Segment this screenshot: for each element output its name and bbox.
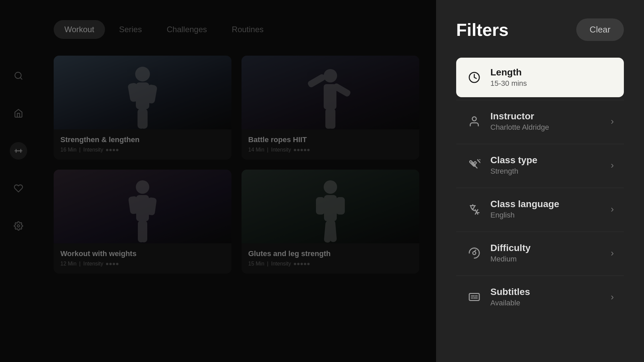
clock-icon — [466, 69, 482, 85]
filter-length-title: Length — [490, 67, 614, 78]
subtitles-icon — [466, 289, 482, 305]
filter-item-language[interactable]: Class language English › — [456, 189, 624, 229]
filter-difficulty-title: Difficulty — [490, 243, 607, 253]
filter-panel: Filters Clear Length 15-30 mins Instruct… — [436, 0, 644, 362]
filter-classtype-title: Class type — [490, 155, 607, 166]
filter-item-instructor[interactable]: Instructor Charlotte Aldridge › — [456, 102, 624, 141]
svg-rect-32 — [477, 159, 480, 165]
chevron-right-icon: › — [611, 204, 614, 215]
svg-line-38 — [474, 250, 476, 252]
filter-item-length[interactable]: Length 15-30 mins — [456, 58, 624, 97]
chevron-right-icon: › — [611, 292, 614, 302]
filter-header: Filters Clear — [456, 18, 624, 41]
filter-language-sub: English — [490, 211, 607, 220]
divider — [456, 100, 624, 100]
chevron-right-icon: › — [611, 160, 614, 171]
clear-button[interactable]: Clear — [576, 18, 624, 41]
divider — [456, 188, 624, 188]
filter-instructor-sub: Charlotte Aldridge — [490, 123, 607, 132]
filter-difficulty-text: Difficulty Medium — [490, 243, 607, 263]
filter-item-difficulty[interactable]: Difficulty Medium › — [456, 233, 624, 273]
language-icon — [466, 201, 482, 217]
filter-instructor-title: Instructor — [490, 111, 607, 122]
filter-subtitles-text: Subtitles Available — [490, 287, 607, 307]
filter-length-sub: 15-30 mins — [490, 79, 614, 88]
filter-language-text: Class language English — [490, 199, 607, 220]
gauge-icon — [466, 245, 482, 261]
overlay — [0, 0, 436, 362]
chevron-right-icon: › — [611, 116, 614, 127]
filter-item-classtype[interactable]: Class type Strength › — [456, 145, 624, 185]
chevron-right-icon: › — [611, 248, 614, 258]
divider — [456, 276, 624, 276]
dumbbell-icon — [466, 157, 482, 173]
filter-length-text: Length 15-30 mins — [490, 67, 614, 88]
filter-classtype-text: Class type Strength — [490, 155, 607, 176]
filter-instructor-text: Instructor Charlotte Aldridge — [490, 111, 607, 132]
divider — [456, 232, 624, 232]
filter-classtype-sub: Strength — [490, 167, 607, 176]
filter-title: Filters — [456, 20, 508, 40]
svg-rect-39 — [469, 294, 479, 301]
filter-difficulty-sub: Medium — [490, 255, 607, 263]
svg-point-29 — [472, 117, 476, 121]
filter-language-title: Class language — [490, 199, 607, 209]
filter-item-subtitles[interactable]: Subtitles Available › — [456, 277, 624, 317]
filter-subtitles-sub: Available — [490, 299, 607, 307]
filter-subtitles-title: Subtitles — [490, 287, 607, 297]
divider — [456, 144, 624, 144]
person-icon — [466, 113, 482, 129]
